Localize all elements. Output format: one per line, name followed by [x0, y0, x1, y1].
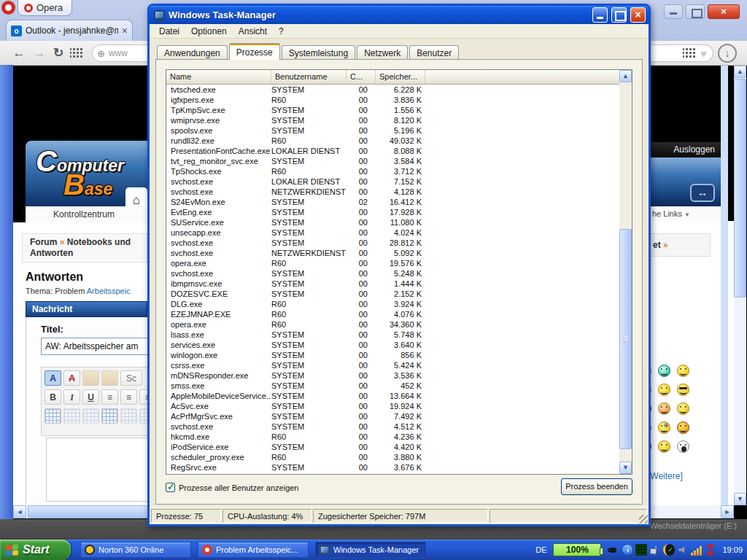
tray-icon[interactable] [691, 544, 703, 556]
process-row[interactable]: DLG.exe R60 00 3.924 K [166, 299, 619, 309]
taskbar-button[interactable]: Norton 360 Online [80, 542, 191, 558]
process-row[interactable]: svchost.exe NETZWERKDIENST 00 4.128 K [166, 187, 619, 197]
editor-table-button[interactable] [44, 408, 61, 424]
clock[interactable]: 19:09 [722, 545, 743, 554]
process-row[interactable]: DOZESVC.EXE SYSTEM 00 2.152 K [166, 289, 619, 299]
process-row[interactable]: PresentationFontCache.exe LOKALER DIENST… [166, 146, 619, 156]
process-row[interactable]: opera.exe R60 00 19.576 K [166, 258, 619, 268]
process-row[interactable]: svchost.exe SYSTEM 00 5.248 K [166, 268, 619, 279]
editor-button[interactable]: A [44, 370, 61, 386]
thema-link[interactable]: Arbeitsspeic [87, 287, 131, 295]
editor-button[interactable]: ≡ [101, 389, 118, 405]
speed-dial-icon[interactable] [683, 47, 695, 59]
logout-link[interactable]: Ausloggen [673, 144, 715, 155]
process-row[interactable]: opera.exe R60 00 34.360 K [166, 319, 619, 330]
editor-button[interactable]: U [82, 389, 99, 405]
process-row[interactable]: wmiprvse.exe SYSTEM 00 8.120 K [166, 115, 619, 125]
tray-icon[interactable] [705, 544, 716, 556]
editor-button[interactable]: B [44, 389, 61, 405]
process-row[interactable]: services.exe SYSTEM 00 3.640 K [166, 340, 619, 350]
show-all-users-checkbox[interactable]: Prozesse aller Benutzer anzeigen [166, 483, 298, 492]
scroll-up-icon[interactable]: ▲ [734, 66, 746, 78]
smiley-icon[interactable] [677, 421, 689, 434]
tab[interactable]: Anwendungen [157, 45, 228, 60]
maximize-button[interactable] [611, 7, 627, 23]
close-button[interactable]: × [630, 7, 646, 23]
menu-item[interactable]: ? [274, 25, 289, 38]
process-row[interactable]: tvt_reg_monitor_svc.exe SYSTEM 00 3.584 … [166, 156, 619, 166]
tab-close-icon[interactable]: × [122, 25, 128, 36]
process-row[interactable]: scheduler_proxy.exe R60 00 3.880 K [166, 452, 619, 462]
editor-button[interactable]: A [63, 370, 80, 386]
process-row[interactable]: svchost.exe SYSTEM 00 28.812 K [166, 238, 619, 248]
process-row[interactable]: TpShocks.exe R60 00 3.712 K [166, 166, 619, 176]
process-row[interactable]: EvtEng.exe SYSTEM 00 17.928 K [166, 207, 619, 217]
link-fragment[interactable]: et [653, 240, 661, 250]
breadcrumb-forum[interactable]: Forum [30, 237, 57, 247]
process-row[interactable]: ibmpmsvc.exe SYSTEM 00 1.444 K [166, 279, 619, 289]
process-row[interactable]: svchost.exe NETZWERKDIENST 00 5.092 K [166, 248, 619, 258]
scroll-up-icon[interactable]: ▲ [619, 70, 632, 82]
editor-table-button[interactable] [63, 408, 80, 424]
address-bar[interactable]: ⊕ www [92, 44, 149, 62]
smiley-icon[interactable] [658, 440, 670, 453]
process-row[interactable]: TpKmpSvc.exe SYSTEM 00 1.556 K [166, 105, 619, 115]
process-row[interactable]: iPodService.exe SYSTEM 00 4.420 K [166, 442, 619, 452]
tab[interactable]: Benutzer [409, 45, 459, 60]
process-row[interactable]: igfxpers.exe R60 00 3.836 K [166, 95, 619, 105]
tray-icon[interactable]: ✓ [663, 544, 675, 556]
opera-menu-button[interactable]: Opera [18, 0, 72, 16]
process-row[interactable]: svchost.exe SYSTEM 00 4.512 K [166, 421, 619, 432]
browser-nav-icon[interactable]: ← [10, 45, 28, 61]
editor-table-button[interactable] [82, 408, 99, 424]
download-button[interactable]: ↓ [718, 44, 737, 63]
tab[interactable]: Systemleistung [282, 45, 355, 60]
tab[interactable]: Netzwerk [357, 45, 408, 60]
process-row[interactable]: SUService.exe SYSTEM 00 11.080 K [166, 217, 619, 228]
process-row[interactable]: hkcmd.exe R60 00 4.236 K [166, 432, 619, 442]
smiley-icon[interactable] [677, 440, 689, 453]
smiley-icon[interactable] [658, 384, 670, 396]
process-row[interactable]: unsecapp.exe SYSTEM 00 4.024 K [166, 228, 619, 238]
column-header-name[interactable]: Name [166, 70, 271, 85]
browser-minimize-button[interactable] [664, 4, 683, 19]
browser-maximize-button[interactable] [686, 4, 705, 19]
bookmark-heart-icon[interactable]: ♥ [700, 47, 707, 60]
editor-button[interactable]: Sc [120, 370, 142, 386]
tab[interactable]: Prozesse [229, 43, 280, 60]
minimize-button[interactable] [592, 7, 608, 23]
taskbar-button[interactable]: Windows Task-Manager [315, 542, 426, 558]
process-row[interactable]: csrss.exe SYSTEM 00 5.424 K [166, 360, 619, 370]
end-process-button[interactable]: Prozess beenden [561, 478, 632, 495]
smiley-icon[interactable] [658, 365, 670, 377]
process-row[interactable]: S24EvMon.exe SYSTEM 02 16.412 K [166, 197, 619, 207]
tray-icon[interactable]: ) [649, 544, 661, 556]
browser-close-button[interactable]: × [708, 4, 740, 19]
menu-item[interactable]: Ansicht [233, 25, 272, 38]
process-row[interactable]: svchost.exe LOKALER DIENST 00 7.152 K [166, 176, 619, 187]
checkbox-checked-icon[interactable] [166, 483, 175, 492]
start-button[interactable]: Start [0, 540, 71, 560]
smiley-icon[interactable] [658, 421, 670, 434]
expand-button[interactable]: ↔ [690, 184, 715, 202]
taskbar-button[interactable]: Problem Arbeitsspeic... [198, 542, 309, 558]
tray-icon[interactable] [608, 544, 619, 556]
smiley-icon[interactable] [677, 384, 689, 396]
computerbase-logo[interactable]: Computer Base [36, 148, 124, 198]
menu-item[interactable]: Datei [154, 25, 185, 38]
breadcrumb-notebooks[interactable]: Notebooks und [67, 237, 131, 247]
process-row[interactable]: EZEJMNAP.EXE R60 00 4.076 K [166, 309, 619, 319]
editor-table-button[interactable] [120, 408, 137, 424]
scroll-down-icon[interactable]: ▼ [734, 493, 746, 505]
tray-icon[interactable]: ‹ [622, 544, 633, 556]
editor-button[interactable]: I [63, 389, 80, 405]
battery-indicator[interactable]: 100% [553, 543, 601, 556]
message-textarea[interactable] [46, 438, 148, 502]
scroll-left-icon[interactable]: ◄ [13, 505, 26, 518]
editor-table-button[interactable] [101, 408, 118, 424]
process-row[interactable]: lsass.exe SYSTEM 00 5.748 K [166, 330, 619, 340]
process-row[interactable]: rundll32.exe R60 00 49.032 K [166, 136, 619, 146]
browser-vertical-scrollbar[interactable]: ▲ ▼ [734, 66, 746, 505]
language-indicator[interactable]: DE [535, 545, 546, 554]
resize-grip[interactable] [639, 515, 648, 524]
